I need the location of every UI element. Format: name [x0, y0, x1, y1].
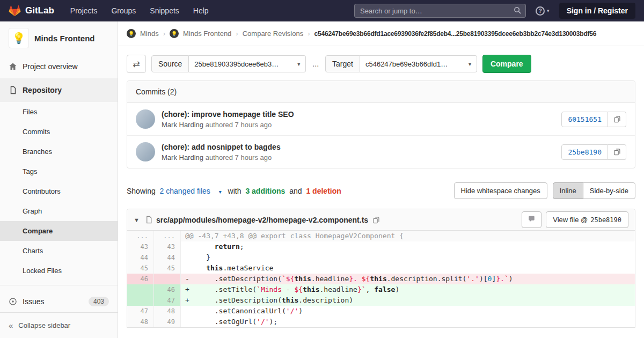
- old-line-number[interactable]: 47: [127, 306, 154, 317]
- toggle-comments-button[interactable]: [522, 211, 541, 228]
- source-ref-dropdown[interactable]: 25be81903395dcee6eb3… ▾: [189, 55, 306, 72]
- diff-file-actions: View file @ 25be8190: [522, 211, 628, 228]
- old-line-number[interactable]: [127, 295, 154, 306]
- sidebar-item-tags[interactable]: Tags: [0, 161, 118, 181]
- nav-item-projects[interactable]: Projects: [70, 6, 98, 15]
- sidebar-item-branches[interactable]: Branches: [0, 142, 118, 161]
- commit-authored-time: authored 7 hours ago: [206, 153, 272, 161]
- collapse-sidebar-button[interactable]: « Collapse sidebar: [0, 312, 118, 338]
- diff-file-header: ▼ src/app/modules/homepage-v2/homepage-v…: [127, 209, 635, 231]
- old-line-number[interactable]: 43: [127, 241, 154, 252]
- compare-button[interactable]: Compare: [482, 55, 531, 73]
- old-line-number[interactable]: ...: [127, 231, 154, 241]
- old-line-number[interactable]: 46: [127, 274, 154, 284]
- old-line-number[interactable]: 44: [127, 252, 154, 263]
- commit-sha-link[interactable]: 25be8190: [561, 144, 608, 160]
- nav-item-help[interactable]: Help: [193, 6, 209, 15]
- global-search: [354, 4, 526, 18]
- repository-icon: [9, 86, 17, 94]
- old-line-number[interactable]: 48: [127, 317, 154, 327]
- chevron-down-icon: ▾: [469, 61, 471, 67]
- diff-code-line: return;: [181, 241, 635, 252]
- breadcrumb-page-link[interactable]: Compare Revisions: [243, 30, 303, 38]
- commit-meta: Mark Harding authored 7 hours ago: [162, 153, 281, 161]
- new-line-number[interactable]: ...: [154, 231, 181, 241]
- project-name: Minds Frontend: [34, 34, 95, 43]
- diff-summary-bar: Showing 2 changed files ▾ with 3 additio…: [127, 182, 635, 199]
- search-icon: [514, 6, 522, 14]
- sidebar-divider: [0, 285, 118, 285]
- old-line-number[interactable]: [127, 284, 154, 295]
- new-line-number[interactable]: 45: [154, 263, 181, 274]
- commit-author-avatar[interactable]: [136, 142, 155, 161]
- showing-label: Showing: [127, 187, 156, 195]
- sign-in-button[interactable]: Sign in / Register: [559, 3, 635, 19]
- sidebar-item-locked-files[interactable]: Locked Files: [0, 261, 118, 281]
- hide-whitespace-button[interactable]: Hide whitespace changes: [454, 182, 547, 199]
- breadcrumb-separator: ›: [236, 30, 238, 38]
- swap-icon: ⇄: [133, 59, 140, 69]
- source-label: Source: [151, 55, 189, 72]
- project-header[interactable]: 💡 Minds Frontend: [0, 21, 118, 55]
- commit-title-link[interactable]: (chore): improve homepage title SEO: [162, 110, 294, 119]
- and-label: and: [289, 187, 302, 195]
- new-line-number[interactable]: 44: [154, 252, 181, 263]
- commit-sha-link[interactable]: 60151651: [561, 112, 608, 127]
- sidebar-item-contributors[interactable]: Contributors: [0, 181, 118, 201]
- commit-title-link[interactable]: (chore): add nosnippet to bagdes: [162, 143, 281, 151]
- search-input[interactable]: [354, 4, 526, 18]
- sidebar-item-project-overview[interactable]: Project overview: [0, 55, 118, 78]
- breadcrumb-project-link[interactable]: Minds Frontend: [183, 30, 231, 38]
- new-line-number[interactable]: 47: [154, 295, 181, 306]
- issues-icon: [9, 297, 17, 306]
- gitlab-tanuki-icon: [9, 5, 21, 17]
- sidebar-item-charts[interactable]: Charts: [0, 241, 118, 261]
- commit-author-link[interactable]: Mark Harding: [162, 121, 203, 129]
- new-line-number[interactable]: 46: [154, 284, 181, 295]
- view-file-button[interactable]: View file @ 25be8190: [546, 211, 628, 228]
- swap-revisions-button[interactable]: ⇄: [127, 55, 146, 73]
- sidebar-item-files[interactable]: Files: [0, 102, 118, 122]
- breadcrumb: 💡 Minds › 💡 Minds Frontend › Compare Rev…: [118, 21, 644, 46]
- gitlab-logo[interactable]: GitLab: [9, 5, 54, 17]
- diff-code-line: @@ -43,7 +43,8 @@ export class HomepageV…: [181, 231, 635, 241]
- target-group: Target c546247be69e3b66dfd1… ▾: [325, 55, 477, 72]
- issues-count-badge: 403: [89, 297, 109, 306]
- breadcrumb-separator: ›: [308, 30, 310, 38]
- copy-icon: [613, 148, 621, 156]
- changed-files-dropdown[interactable]: 2 changed files ▾: [160, 187, 224, 195]
- target-ref-dropdown[interactable]: c546247be69e3b66dfd1… ▾: [360, 55, 477, 72]
- sidebar-item-issues[interactable]: Issues 403: [0, 290, 118, 312]
- breadcrumb-separator: ›: [163, 30, 165, 38]
- nav-item-groups[interactable]: Groups: [111, 6, 136, 15]
- project-avatar-small: 💡: [170, 29, 179, 38]
- diff-code-line: .setOgUrl('/');: [181, 317, 635, 327]
- new-line-number[interactable]: 48: [154, 306, 181, 317]
- sidebar-item-graph[interactable]: Graph: [0, 201, 118, 221]
- collapse-diff-caret[interactable]: ▼: [134, 217, 140, 223]
- commit-meta: Mark Harding authored 7 hours ago: [162, 121, 294, 129]
- commit-author-link[interactable]: Mark Harding: [162, 153, 203, 161]
- sidebar-nav: Project overview Repository Files Commit…: [0, 55, 118, 312]
- sidebar-item-repository[interactable]: Repository: [0, 78, 118, 102]
- diff-file-path[interactable]: src/app/modules/homepage-v2/homepage-v2.…: [156, 216, 368, 224]
- new-line-number[interactable]: [154, 274, 181, 284]
- help-menu[interactable]: ? ▾: [536, 6, 550, 16]
- commit-author-avatar[interactable]: [136, 109, 155, 129]
- comment-icon: [528, 215, 536, 223]
- nav-item-snippets[interactable]: Snippets: [150, 6, 179, 15]
- inline-view-button[interactable]: Inline: [553, 182, 583, 199]
- new-line-number[interactable]: 49: [154, 317, 181, 327]
- new-line-number[interactable]: 43: [154, 241, 181, 252]
- old-line-number[interactable]: 45: [127, 263, 154, 274]
- logo-text: GitLab: [25, 5, 54, 16]
- sidebar-item-commits[interactable]: Commits: [0, 122, 118, 142]
- page-body: ⇄ Source 25be81903395dcee6eb3… ▾ ... Tar…: [118, 46, 644, 338]
- side-by-side-view-button[interactable]: Side-by-side: [583, 182, 635, 199]
- diff-line-ctx: 4545 this.metaService: [127, 263, 635, 274]
- copy-sha-button[interactable]: [608, 144, 626, 160]
- sidebar-item-compare[interactable]: Compare: [0, 221, 118, 241]
- copy-file-path-button[interactable]: [372, 216, 380, 224]
- breadcrumb-group-link[interactable]: Minds: [140, 30, 159, 38]
- copy-sha-button[interactable]: [608, 112, 626, 127]
